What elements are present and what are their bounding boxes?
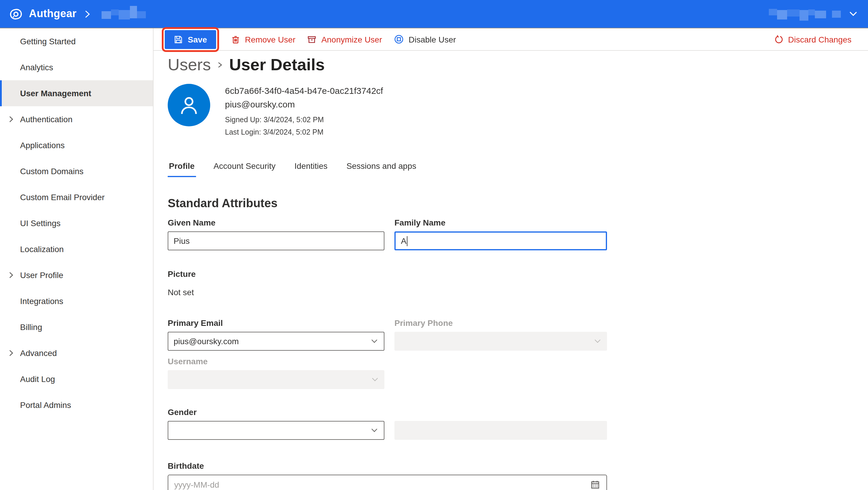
tab-identities[interactable]: Identities [293,161,329,177]
sidebar-item-portal-admins[interactable]: Portal Admins [0,392,153,418]
sidebar-item-integrations[interactable]: Integrations [0,288,153,314]
gender-dropdown[interactable] [168,421,384,440]
sidebar-item-label: Getting Started [20,37,75,46]
tab-sessions-and-apps[interactable]: Sessions and apps [345,161,417,177]
gender-custom-input [395,421,607,440]
user-signed-up: Signed Up: 3/4/2024, 5:02 PM [225,115,383,125]
sidebar-item-label: Advanced [20,348,57,358]
sidebar-item-label: Billing [20,322,42,332]
chevron-right-icon [9,116,13,123]
content-area: Users User Details 6cb7a66f-34f0- [154,51,868,490]
sidebar-item-user-management[interactable]: User Management [0,80,153,106]
sidebar-item-user-profile[interactable]: User Profile [0,262,153,288]
breadcrumb-users-link[interactable]: Users [168,54,211,75]
redacted-project-name [101,8,146,20]
tab-label: Sessions and apps [346,161,416,171]
username-label: Username [168,356,384,370]
discard-changes-button[interactable]: Discard Changes [768,30,857,49]
primary-email-label: Primary Email [168,317,384,332]
chevron-right-icon [9,272,13,279]
block-icon [394,34,404,44]
sidebar-item-ui-settings[interactable]: UI Settings [0,210,153,236]
sidebar-item-localization[interactable]: Localization [0,236,153,262]
tab-label: Account Security [213,161,275,171]
authgear-logo-icon [8,6,24,22]
tab-account-security[interactable]: Account Security [212,161,277,177]
brand-name: Authgear [29,8,76,20]
sidebar: Getting Started Analytics User Managemen… [0,28,154,490]
chevron-down-icon [371,377,378,382]
user-email: pius@oursky.com [225,98,383,111]
sidebar-item-authentication[interactable]: Authentication [0,106,153,132]
person-icon [177,93,201,117]
save-button[interactable]: Save [165,30,216,49]
remove-user-label: Remove User [245,34,295,44]
text-cursor [407,236,408,246]
sidebar-item-label: Analytics [20,63,53,72]
discard-changes-label: Discard Changes [788,34,851,44]
save-button-highlight: Save [162,27,219,52]
sidebar-item-label: Localization [20,244,64,254]
picture-label: Picture [168,268,868,283]
primary-email-dropdown[interactable]: pius@oursky.com [168,332,384,351]
chevron-down-icon [371,428,378,433]
main-panel: Save Remove User [154,28,868,490]
sidebar-item-label: User Profile [20,270,63,280]
birthdate-label: Birthdate [168,460,868,474]
account-menu-chevron-icon[interactable] [849,11,857,17]
picture-value: Not set [168,286,868,298]
chevron-down-icon [594,339,601,344]
tab-bar: ProfileAccount SecurityIdentitiesSession… [168,161,868,177]
calendar-icon[interactable] [588,478,602,490]
breadcrumb-chevron-icon [84,10,90,18]
breadcrumb: Users User Details [168,54,868,75]
remove-user-button[interactable]: Remove User [225,30,301,49]
tab-label: Profile [169,161,194,171]
sidebar-item-billing[interactable]: Billing [0,314,153,340]
sidebar-item-getting-started[interactable]: Getting Started [0,28,153,54]
sidebar-item-label: UI Settings [20,218,61,228]
primary-phone-dropdown [395,332,607,351]
brand: Authgear [0,6,146,22]
tab-profile[interactable]: Profile [168,161,196,177]
sidebar-item-label: Authentication [20,115,72,124]
redacted-account-name [769,7,841,20]
sidebar-item-label: Portal Admins [20,400,71,410]
given-name-input[interactable] [168,232,384,250]
user-summary: 6cb7a66f-34f0-4a54-b47e-0ac21f3742cf piu… [168,84,868,137]
primary-email-value: pius@oursky.com [174,337,239,346]
undo-circle-icon [774,34,783,44]
trash-icon [230,34,240,44]
save-button-label: Save [188,34,207,44]
archive-box-icon [307,34,317,44]
chevron-right-icon [9,349,13,357]
command-bar: Save Remove User [154,28,868,51]
user-last-login: Last Login: 3/4/2024, 5:02 PM [225,127,383,137]
sidebar-item-audit-log[interactable]: Audit Log [0,366,153,392]
sidebar-item-custom-domains[interactable]: Custom Domains [0,158,153,184]
standard-attributes-form: Given Name Family Name A Picture Not set [168,217,868,490]
sidebar-item-label: Integrations [20,296,63,306]
gender-label: Gender [168,406,384,421]
disable-user-button[interactable]: Disable User [388,30,462,49]
account-menu[interactable] [763,7,868,20]
sidebar-item-applications[interactable]: Applications [0,132,153,158]
sidebar-item-label: Audit Log [20,374,55,384]
family-name-input[interactable]: A [395,232,607,250]
sidebar-item-custom-email-provider[interactable]: Custom Email Provider [0,184,153,210]
sidebar-item-analytics[interactable]: Analytics [0,54,153,80]
family-name-label: Family Name [395,217,607,232]
save-icon [174,34,183,44]
breadcrumb-separator-icon [217,61,223,69]
anonymize-user-button[interactable]: Anonymize User [302,30,388,49]
sidebar-nav: Getting Started Analytics User Managemen… [0,28,153,418]
page-title: User Details [229,54,325,75]
sidebar-item-label: Custom Email Provider [20,192,104,202]
primary-phone-label: Primary Phone [395,317,607,332]
sidebar-item-advanced[interactable]: Advanced [0,340,153,366]
birthdate-input[interactable] [168,474,607,490]
tab-label: Identities [294,161,328,171]
anonymize-user-label: Anonymize User [321,34,382,44]
user-id: 6cb7a66f-34f0-4a54-b47e-0ac21f3742cf [225,85,383,97]
app-header: Authgear [0,0,868,28]
